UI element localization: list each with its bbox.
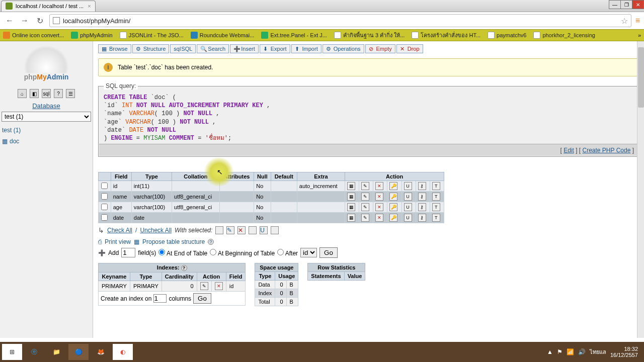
unique-icon[interactable]: U bbox=[404, 193, 412, 201]
browse-icon[interactable]: ▦ bbox=[347, 214, 355, 222]
create-index-input[interactable] bbox=[153, 294, 167, 303]
sql-edit-link[interactable]: Edit bbox=[564, 147, 574, 154]
primary-icon[interactable]: 🔑 bbox=[389, 193, 397, 201]
add-count-input[interactable] bbox=[121, 248, 135, 257]
minimize-button[interactable]: — bbox=[609, 0, 621, 9]
address-bar[interactable]: localhost/phpMyAdmin/ ☆ bbox=[49, 14, 631, 27]
browse-icon[interactable]: ▦ bbox=[347, 182, 355, 190]
sql-icon[interactable]: sql bbox=[42, 89, 51, 98]
home-icon[interactable]: ⌂ bbox=[18, 89, 27, 98]
tree-database[interactable]: test (1) bbox=[2, 127, 91, 134]
browser-tab[interactable]: localhost / localhost / test ... × bbox=[1, 1, 96, 12]
tray-up-icon[interactable]: ▲ bbox=[547, 348, 553, 355]
fulltext-icon[interactable]: T bbox=[432, 193, 440, 201]
bookmark-item[interactable]: phorkhor_2_licensing bbox=[533, 32, 595, 39]
tree-table[interactable]: ▦ doc bbox=[2, 138, 91, 145]
uncheck-all-link[interactable]: Uncheck All bbox=[140, 227, 172, 234]
sel-browse-icon[interactable] bbox=[215, 226, 223, 234]
add-begin-radio[interactable]: At Beginning of Table bbox=[210, 249, 275, 257]
tab-search[interactable]: 🔍Search bbox=[197, 44, 229, 53]
browse-icon[interactable]: ▦ bbox=[347, 203, 355, 211]
create-index-go-button[interactable]: Go bbox=[193, 293, 211, 304]
idx-help-icon[interactable]: ? bbox=[181, 265, 187, 271]
fulltext-icon[interactable]: T bbox=[432, 182, 440, 190]
help-icon[interactable]: ? bbox=[54, 89, 63, 98]
fulltext-icon[interactable]: T bbox=[432, 214, 440, 222]
row-checkbox[interactable] bbox=[101, 214, 108, 221]
check-all-link[interactable]: Check All bbox=[107, 227, 132, 234]
help-q-icon[interactable]: ? bbox=[208, 239, 214, 245]
app-icon[interactable]: ◐ bbox=[113, 344, 133, 360]
ie-icon[interactable]: ⓔ bbox=[24, 344, 44, 360]
row-checkbox[interactable] bbox=[101, 193, 108, 200]
exit-icon[interactable]: ◧ bbox=[30, 89, 39, 98]
index-icon[interactable]: ⚷ bbox=[418, 193, 426, 201]
bookmark-item[interactable]: JSONLint - The JSO... bbox=[120, 32, 184, 39]
reload-button[interactable]: ↻ bbox=[34, 15, 45, 26]
drop-icon[interactable]: ✕ bbox=[375, 203, 383, 211]
propose-structure-link[interactable]: Propose table structure bbox=[142, 238, 205, 245]
primary-icon[interactable]: 🔑 bbox=[389, 182, 397, 190]
browse-icon[interactable]: ▦ bbox=[347, 193, 355, 201]
index-icon[interactable]: ⚷ bbox=[418, 182, 426, 190]
primary-icon[interactable]: 🔑 bbox=[389, 214, 397, 222]
unique-icon[interactable]: U bbox=[404, 182, 412, 190]
drop-icon[interactable]: ✕ bbox=[375, 182, 383, 190]
sel-index-icon[interactable] bbox=[271, 226, 279, 234]
tab-import[interactable]: ⬆Import bbox=[291, 44, 321, 53]
tray-flag-icon[interactable]: ⚑ bbox=[557, 348, 562, 355]
print-view-link[interactable]: Print view bbox=[105, 238, 131, 245]
tab-empty[interactable]: ⊘Empty bbox=[365, 44, 395, 53]
back-button[interactable]: ← bbox=[4, 15, 15, 26]
bookmark-item[interactable]: คำกิจพื้นฐาน 3 คำกิ่ง ให้... bbox=[334, 31, 405, 40]
tab-sql[interactable]: sqlSQL bbox=[170, 44, 196, 53]
scrollbar[interactable] bbox=[637, 41, 644, 338]
tab-drop[interactable]: ✕Drop bbox=[396, 44, 423, 53]
database-select[interactable]: test (1) bbox=[2, 112, 91, 122]
index-icon[interactable]: ⚷ bbox=[418, 203, 426, 211]
bookmark-item[interactable]: paymatchv6 bbox=[488, 32, 526, 39]
bookmark-item[interactable]: โครงสร้างคำสั่งของ HT... bbox=[412, 31, 480, 40]
tab-export[interactable]: ⬇Export bbox=[260, 44, 290, 53]
bookmark-item[interactable]: Roundcube Webmai... bbox=[191, 32, 255, 39]
idx-drop-icon[interactable]: ✕ bbox=[215, 282, 223, 290]
unique-icon[interactable]: U bbox=[404, 203, 412, 211]
tab-structure[interactable]: ⚙Structure bbox=[132, 44, 170, 53]
row-checkbox[interactable] bbox=[101, 183, 108, 189]
idx-edit-icon[interactable]: ✎ bbox=[200, 282, 208, 290]
tab-operations[interactable]: ⚙Operations bbox=[323, 44, 364, 53]
fulltext-icon[interactable]: T bbox=[432, 203, 440, 211]
close-tab-icon[interactable]: × bbox=[88, 3, 91, 9]
add-after-radio[interactable]: After bbox=[277, 249, 298, 257]
bookmark-item[interactable]: Online icon convert... bbox=[3, 32, 64, 39]
sel-unique-icon[interactable]: U bbox=[260, 226, 268, 234]
sel-drop-icon[interactable]: ✕ bbox=[237, 226, 246, 234]
unique-icon[interactable]: U bbox=[404, 214, 412, 222]
tray-vol-icon[interactable]: 🔊 bbox=[578, 348, 586, 355]
index-icon[interactable]: ⚷ bbox=[418, 214, 426, 222]
drop-icon[interactable]: ✕ bbox=[375, 193, 383, 201]
maximize-button[interactable]: ❐ bbox=[620, 0, 632, 9]
close-window-button[interactable]: ✕ bbox=[632, 0, 644, 9]
after-field-select[interactable]: id bbox=[300, 248, 317, 257]
edit-icon[interactable]: ✎ bbox=[361, 193, 369, 201]
bookmark-overflow-icon[interactable]: » bbox=[638, 32, 641, 38]
row-checkbox[interactable] bbox=[101, 204, 108, 210]
edit-icon[interactable]: ✎ bbox=[361, 214, 369, 222]
explorer-icon[interactable]: 📁 bbox=[46, 344, 66, 360]
forward-button[interactable]: → bbox=[19, 15, 30, 26]
tab-insert[interactable]: ➕Insert bbox=[230, 44, 259, 53]
bookmark-item[interactable]: phpMyAdmin bbox=[71, 32, 112, 39]
start-button[interactable]: ⊞ bbox=[2, 344, 22, 360]
sql-php-link[interactable]: Create PHP Code bbox=[582, 147, 630, 154]
add-go-button[interactable]: Go bbox=[319, 247, 338, 258]
drop-icon[interactable]: ✕ bbox=[375, 214, 383, 222]
sel-primary-icon[interactable] bbox=[249, 226, 257, 234]
sel-edit-icon[interactable]: ✎ bbox=[226, 226, 234, 234]
bookmark-star-icon[interactable]: ☆ bbox=[621, 16, 628, 26]
primary-icon[interactable]: 🔑 bbox=[389, 203, 397, 211]
firefox-icon[interactable]: 🦊 bbox=[91, 344, 111, 360]
docs-icon[interactable]: ☰ bbox=[66, 89, 75, 98]
edit-icon[interactable]: ✎ bbox=[361, 182, 369, 190]
tray-lang[interactable]: ไทยแล bbox=[590, 347, 606, 356]
